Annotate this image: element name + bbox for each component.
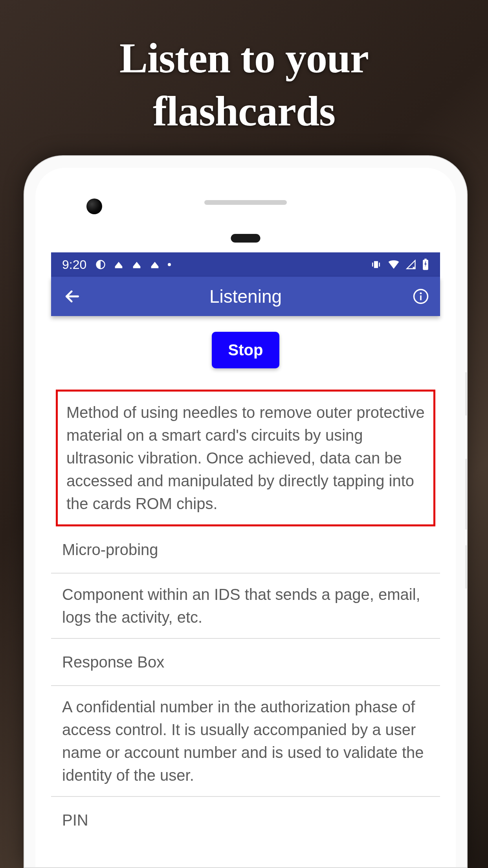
- flashcard-question[interactable]: Method of using needles to remove outer …: [56, 390, 435, 526]
- flashcard-text: PIN: [62, 811, 88, 829]
- flashcard-answer[interactable]: Response Box: [51, 639, 440, 686]
- flashcard-question[interactable]: Component within an IDS that sends a pag…: [51, 574, 440, 639]
- svg-point-0: [168, 263, 171, 266]
- flashcard-text: Response Box: [62, 653, 164, 671]
- phone-side-button: [465, 545, 468, 588]
- flashcard-answer[interactable]: Micro-probing: [51, 526, 440, 574]
- flashcard-question[interactable]: A confidential number in the authorizati…: [51, 686, 440, 797]
- back-button[interactable]: [61, 285, 84, 308]
- headline-line-2: flashcards: [153, 88, 335, 134]
- app-bar: Listening: [51, 277, 440, 316]
- phone-camera: [86, 199, 102, 214]
- content-area: Stop Method of using needles to remove o…: [51, 316, 440, 867]
- svg-rect-5: [420, 295, 422, 300]
- flashcard-answer[interactable]: PIN: [51, 797, 440, 843]
- stop-button[interactable]: Stop: [212, 332, 280, 368]
- info-button[interactable]: [411, 287, 431, 306]
- phone-side-button: [465, 459, 468, 530]
- phone-bezel: 9:20: [35, 168, 456, 867]
- flashcard-list[interactable]: Method of using needles to remove outer …: [51, 386, 440, 867]
- flashcard-text: Method of using needles to remove outer …: [66, 404, 425, 512]
- vibrate-icon: [370, 259, 382, 270]
- flashcard-text: Component within an IDS that sends a pag…: [62, 586, 420, 626]
- flashcard-text: Micro-probing: [62, 541, 158, 558]
- status-icon: [149, 259, 160, 270]
- wifi-icon: [387, 258, 400, 271]
- phone-sensor-bar: [231, 234, 261, 243]
- screen: 9:20: [51, 252, 440, 867]
- phone-frame: 9:20: [24, 155, 468, 868]
- phone-earpiece: [204, 200, 287, 205]
- status-icon: [131, 259, 142, 270]
- status-icon: [113, 259, 124, 270]
- phone-side-button: [465, 372, 468, 416]
- svg-rect-2: [424, 259, 426, 260]
- page-title: Listening: [51, 286, 440, 307]
- status-time: 9:20: [62, 257, 86, 272]
- status-icon: [167, 263, 171, 267]
- svg-point-4: [420, 292, 422, 294]
- marketing-headline: Listen to your flashcards: [0, 31, 488, 138]
- battery-icon: [422, 259, 429, 270]
- signal-icon: [405, 259, 416, 270]
- flashcard-text: A confidential number in the authorizati…: [62, 698, 424, 784]
- status-bar: 9:20: [51, 252, 440, 277]
- headline-line-1: Listen to your: [119, 35, 369, 81]
- status-icon: [95, 259, 106, 270]
